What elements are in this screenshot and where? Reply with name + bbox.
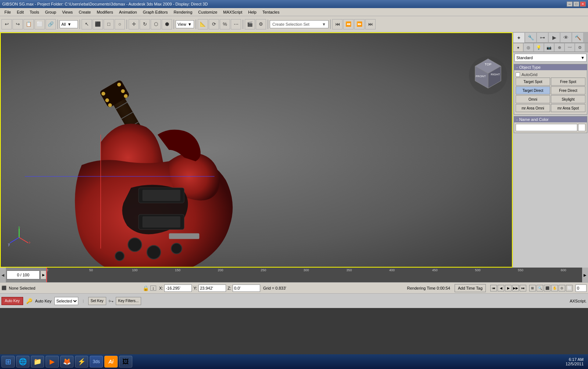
timeline-right-arrow[interactable]: ▶ <box>582 268 588 282</box>
auto-key-button[interactable]: Auto Key <box>1 297 23 305</box>
close-button[interactable]: ✕ <box>580 1 586 7</box>
snap-toggle[interactable]: 📐 <box>198 19 208 29</box>
panel-tab-modify[interactable]: 🔧 <box>525 32 537 43</box>
menu-graph-editors[interactable]: Graph Editors <box>140 9 171 15</box>
select-by-name-button[interactable]: 📋 <box>24 19 34 29</box>
nav-last[interactable]: ⏭ <box>365 19 376 29</box>
y-input[interactable] <box>198 284 226 292</box>
mirror-button[interactable]: ⬢ <box>162 19 172 29</box>
pan-btn[interactable]: ✋ <box>551 285 558 291</box>
nav-prev-frame[interactable]: ⏪ <box>343 19 354 29</box>
orbit-btn[interactable]: ⊙ <box>559 285 565 291</box>
object-name-input[interactable] <box>516 124 577 131</box>
minimize-button[interactable]: ─ <box>567 1 573 7</box>
subtab-geometry[interactable]: ● <box>513 43 523 52</box>
name-and-color-header[interactable]: - Name and Color <box>514 117 587 122</box>
spinner-snap[interactable]: ⋯ <box>231 19 241 29</box>
menu-maxscript[interactable]: MAXScript <box>220 9 245 15</box>
playback-end[interactable]: ⏭ <box>520 285 526 291</box>
select-button[interactable]: ↖ <box>82 19 92 29</box>
mr-area-omni-button[interactable]: mr Area Omni <box>516 104 550 112</box>
menu-file[interactable]: File <box>1 9 14 15</box>
timeline-left-arrow[interactable]: ◀ <box>0 268 6 282</box>
key-filters-button[interactable]: Key Filters... <box>116 297 141 305</box>
script-button[interactable]: ⚡ <box>75 356 88 368</box>
panel-tab-motion[interactable]: ▶ <box>548 32 560 43</box>
subtab-lights[interactable]: 💡 <box>534 43 544 52</box>
menu-customize[interactable]: Customize <box>195 9 220 15</box>
viewport-canvas[interactable]: TOP RIGHT FRONT x z y <box>1 33 512 267</box>
zoom-region[interactable]: ⬛ <box>544 285 551 291</box>
mr-area-spot-button[interactable]: mr Area Spot <box>551 104 585 112</box>
menu-edit[interactable]: Edit <box>14 9 27 15</box>
autogrid-checkbox[interactable] <box>516 72 520 77</box>
select-region-button[interactable]: ⬛ <box>93 19 103 29</box>
menu-group[interactable]: Group <box>42 9 59 15</box>
menu-tentacles[interactable]: Tentacles <box>259 9 282 15</box>
media-player-button[interactable]: ▶ <box>46 356 59 368</box>
x-input[interactable] <box>164 284 192 292</box>
playback-prev[interactable]: ◀ <box>498 285 504 291</box>
folder-button[interactable]: 📁 <box>31 356 44 368</box>
z-input[interactable] <box>233 284 260 292</box>
omni-button[interactable]: Omni <box>516 95 550 103</box>
illustrator-button[interactable]: Ai <box>104 356 118 368</box>
filter-dropdown[interactable]: All ▼ <box>60 20 78 28</box>
move-button[interactable]: ✛ <box>129 19 139 29</box>
free-spot-button[interactable]: Free Spot <box>551 78 585 86</box>
nav-next-frame[interactable]: ⏩ <box>354 19 365 29</box>
percent-snap[interactable]: % <box>220 19 230 29</box>
selected-dropdown[interactable]: Selected <box>54 297 78 305</box>
rotate-button[interactable]: ↻ <box>140 19 150 29</box>
ie-button[interactable]: 🌐 <box>16 356 29 368</box>
playback-next[interactable]: ▶▶ <box>512 285 519 291</box>
panel-tab-utilities[interactable]: 🔨 <box>572 32 584 43</box>
menu-views[interactable]: Views <box>59 9 76 15</box>
menu-animation[interactable]: Animation <box>116 9 140 15</box>
scale-button[interactable]: ⬡ <box>151 19 161 29</box>
redo-button[interactable]: ↪ <box>12 19 23 29</box>
select-all-button[interactable]: ⬜ <box>35 19 45 29</box>
zoom-extents[interactable]: ⊞ <box>529 285 536 291</box>
angle-snap[interactable]: ⟳ <box>209 19 219 29</box>
panel-tab-display[interactable]: 👁 <box>560 32 572 43</box>
frame-nav[interactable]: ▶ <box>40 271 46 279</box>
menu-tools[interactable]: Tools <box>27 9 42 15</box>
zoom-btn[interactable]: 🔍 <box>537 285 543 291</box>
lock-icon[interactable]: 🔒 <box>143 285 149 291</box>
viewcube[interactable]: TOP RIGHT FRONT <box>468 55 508 96</box>
subtab-spacewarps[interactable]: 〰 <box>564 43 575 52</box>
target-spot-button[interactable]: Target Spot <box>516 78 550 86</box>
set-key-button[interactable]: Set Key <box>88 297 106 305</box>
subtab-camera[interactable]: 📷 <box>544 43 554 52</box>
windows-start-button[interactable]: ⊞ <box>1 356 15 368</box>
menu-help[interactable]: Help <box>245 9 259 15</box>
coord-mode[interactable]: ↕ <box>150 286 156 291</box>
panel-tab-create[interactable]: ✦ <box>513 32 525 43</box>
maximize-button[interactable]: □ <box>573 1 579 7</box>
panel-type-dropdown[interactable]: Standard ▼ <box>514 54 587 62</box>
target-direct-button[interactable]: Target Direct <box>516 86 550 94</box>
subtab-helpers[interactable]: ⊕ <box>554 43 564 52</box>
menu-modifiers[interactable]: Modifiers <box>94 9 116 15</box>
undo-button[interactable]: ↩ <box>1 19 12 29</box>
subtab-shapes[interactable]: ◎ <box>523 43 534 52</box>
select-circle-button[interactable]: ○ <box>115 19 125 29</box>
object-type-header[interactable]: - Object Type <box>514 64 587 70</box>
frame-number-input[interactable] <box>576 284 587 292</box>
render-btn[interactable]: 🎬 <box>245 19 255 29</box>
color-swatch[interactable] <box>578 124 585 131</box>
select-rect-button[interactable]: □ <box>104 19 114 29</box>
firefox-button[interactable]: 🦊 <box>60 356 74 368</box>
menu-rendering[interactable]: Rendering <box>171 9 196 15</box>
subtab-systems[interactable]: ⚙ <box>575 43 585 52</box>
create-selection-set[interactable]: Create Selection Set ▼ <box>270 20 329 28</box>
playback-start[interactable]: ⏮ <box>490 285 497 291</box>
free-direct-button[interactable]: Free Direct <box>551 86 585 94</box>
frame-counter[interactable]: 0 / 100 <box>7 271 40 279</box>
skylight-button[interactable]: Skylight <box>551 95 585 103</box>
add-time-tag-button[interactable]: Add Time Tag <box>455 284 486 292</box>
menu-create[interactable]: Create <box>76 9 94 15</box>
playback-play[interactable]: ▶ <box>505 285 512 291</box>
viewport[interactable]: Perspective <box>0 32 513 268</box>
